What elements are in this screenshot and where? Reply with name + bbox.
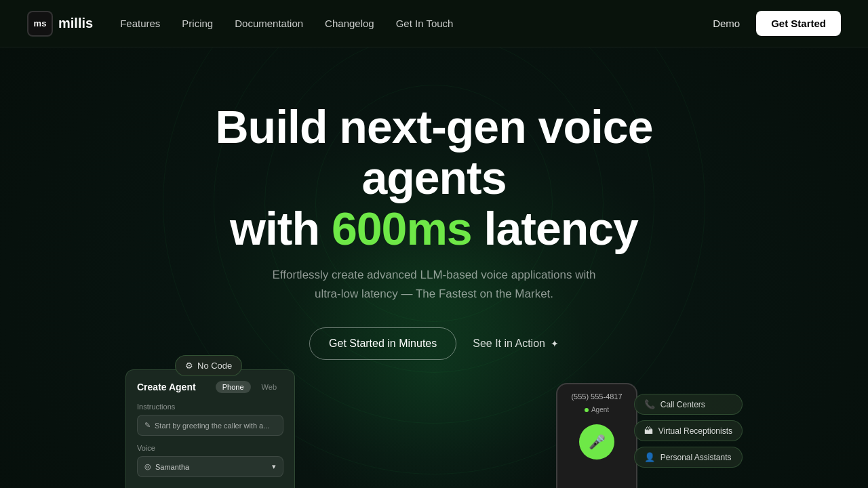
- personal-assistants-badge: 👤 Personal Assistants: [634, 447, 743, 468]
- sparkle-icon: ✦: [551, 338, 559, 349]
- instructions-input[interactable]: ✎ Start by greeting the caller with a...: [137, 415, 283, 436]
- hero-title-highlight: 600ms: [332, 203, 472, 254]
- logo[interactable]: ms millis: [27, 11, 93, 37]
- pin-icon: ◎: [144, 462, 151, 471]
- feature-badges: 📞 Call Centers 🏔 Virtual Receptionists 👤…: [634, 394, 743, 468]
- nav-link-features[interactable]: Features: [120, 18, 160, 29]
- tab-phone[interactable]: Phone: [216, 381, 251, 393]
- agent-status: Agent: [585, 406, 609, 413]
- mic-icon: 🎤: [589, 434, 606, 450]
- nav-left: ms millis Features Pricing Documentation…: [27, 11, 453, 37]
- hero-subtitle: Effortlessly create advanced LLM-based v…: [258, 266, 610, 302]
- personal-assistants-label: Personal Assistants: [660, 453, 732, 462]
- hero-title-part1: Build next-gen voice agents: [216, 101, 653, 203]
- no-code-badge: ⚙ No Code: [175, 355, 242, 376]
- get-started-nav-button[interactable]: Get Started: [756, 11, 841, 36]
- logo-icon: ms: [27, 11, 53, 37]
- wand-icon: ✎: [144, 421, 151, 430]
- hero-buttons: Get Started in Minutes See It in Action …: [0, 327, 868, 360]
- hero-section: Build next-gen voice agents with 600ms l…: [0, 47, 868, 360]
- navbar: ms millis Features Pricing Documentation…: [0, 0, 868, 47]
- create-agent-panel: Create Agent Phone Web Instructions ✎ St…: [125, 369, 295, 488]
- virtual-receptionists-icon: 🏔: [644, 426, 653, 436]
- tab-web[interactable]: Web: [255, 381, 283, 393]
- hero-title-part2: with: [230, 203, 332, 254]
- demo-link[interactable]: Demo: [713, 18, 740, 29]
- nav-right: Demo Get Started: [713, 11, 841, 36]
- see-it-in-action-button[interactable]: See It in Action ✦: [473, 338, 559, 350]
- phone-mockup: (555) 555-4817 Agent 🎤: [556, 383, 637, 488]
- call-centers-label: Call Centers: [660, 400, 705, 409]
- no-code-label: No Code: [197, 361, 232, 371]
- voice-value: Samantha: [155, 463, 189, 471]
- personal-assistants-icon: 👤: [644, 452, 655, 462]
- see-it-in-action-label: See It in Action: [473, 338, 545, 350]
- status-dot: [585, 408, 589, 412]
- voice-label: Voice: [137, 444, 283, 452]
- hero-title: Build next-gen voice agents with 600ms l…: [156, 102, 712, 253]
- agent-label: Agent: [591, 406, 609, 413]
- nav-links: Features Pricing Documentation Changelog…: [120, 18, 453, 29]
- panel-tabs: Phone Web: [216, 381, 283, 393]
- logo-ms: ms: [34, 18, 47, 28]
- nav-link-pricing[interactable]: Pricing: [182, 18, 213, 29]
- call-centers-icon: 📞: [644, 399, 655, 409]
- hero-title-part3: latency: [472, 203, 638, 254]
- phone-number: (555) 555-4817: [571, 392, 622, 401]
- nav-link-get-in-touch[interactable]: Get In Touch: [396, 18, 454, 29]
- virtual-receptionists-badge: 🏔 Virtual Receptionists: [634, 420, 743, 441]
- nav-link-changelog[interactable]: Changelog: [325, 18, 374, 29]
- logo-text: millis: [58, 16, 93, 31]
- gear-icon: ⚙: [185, 361, 193, 371]
- panel-header: Create Agent Phone Web: [137, 381, 283, 393]
- get-started-minutes-button[interactable]: Get Started in Minutes: [309, 327, 456, 360]
- panel-title: Create Agent: [137, 382, 196, 392]
- voice-select[interactable]: ◎ Samantha ▾: [137, 456, 283, 477]
- chevron-down-icon: ▾: [272, 462, 276, 471]
- call-centers-badge: 📞 Call Centers: [634, 394, 743, 415]
- instructions-label: Instructions: [137, 403, 283, 411]
- mic-button[interactable]: 🎤: [579, 424, 614, 460]
- instructions-placeholder: Start by greeting the caller with a...: [155, 422, 269, 430]
- nav-link-documentation[interactable]: Documentation: [235, 18, 303, 29]
- virtual-receptionists-label: Virtual Receptionists: [658, 426, 732, 436]
